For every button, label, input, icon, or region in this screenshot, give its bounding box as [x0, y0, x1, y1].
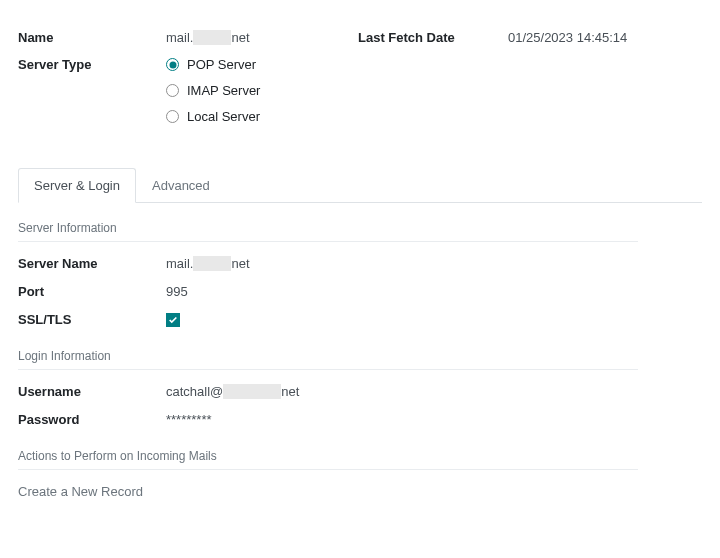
- server-name-suffix: net: [231, 256, 249, 271]
- divider: [18, 241, 638, 242]
- ssl-tls-checkbox[interactable]: [166, 313, 180, 327]
- radio-local-label: Local Server: [187, 109, 260, 124]
- radio-icon: [166, 110, 179, 123]
- section-title-server-info: Server Information: [18, 221, 702, 238]
- server-name-prefix: mail.: [166, 256, 193, 271]
- section-login-information: Login Information Username catchall@ net…: [18, 349, 702, 427]
- port-value[interactable]: 995: [166, 284, 188, 299]
- radio-imap-server[interactable]: IMAP Server: [166, 83, 260, 98]
- server-name-value[interactable]: mail. net: [166, 256, 250, 271]
- tab-advanced[interactable]: Advanced: [136, 168, 226, 202]
- server-type-radio-group: POP Server IMAP Server Local Server: [166, 57, 260, 124]
- password-value[interactable]: *********: [166, 412, 212, 427]
- password-label: Password: [18, 412, 166, 427]
- last-fetch-label: Last Fetch Date: [358, 30, 508, 45]
- name-value-suffix: net: [231, 30, 249, 45]
- divider: [18, 469, 638, 470]
- last-fetch-value: 01/25/2023 14:45:14: [508, 30, 627, 45]
- server-name-label: Server Name: [18, 256, 166, 271]
- username-label: Username: [18, 384, 166, 399]
- port-label: Port: [18, 284, 166, 299]
- ssl-tls-label: SSL/TLS: [18, 312, 166, 327]
- masked-domain: [193, 256, 231, 271]
- section-title-login-info: Login Information: [18, 349, 702, 366]
- section-actions: Actions to Perform on Incoming Mails Cre…: [18, 449, 702, 499]
- server-type-label: Server Type: [18, 57, 166, 72]
- radio-imap-label: IMAP Server: [187, 83, 260, 98]
- radio-pop-server[interactable]: POP Server: [166, 57, 260, 72]
- username-value[interactable]: catchall@ net: [166, 384, 299, 399]
- tab-server-login[interactable]: Server & Login: [18, 168, 136, 203]
- masked-domain: [193, 30, 231, 45]
- name-value-prefix: mail.: [166, 30, 193, 45]
- radio-icon: [166, 84, 179, 97]
- section-server-information: Server Information Server Name mail. net…: [18, 221, 702, 327]
- divider: [18, 369, 638, 370]
- radio-icon: [166, 58, 179, 71]
- name-value[interactable]: mail. net: [166, 30, 250, 45]
- username-prefix: catchall@: [166, 384, 223, 399]
- username-suffix: net: [281, 384, 299, 399]
- create-new-record-placeholder[interactable]: Create a New Record: [18, 484, 702, 499]
- check-icon: [168, 315, 178, 325]
- section-title-actions: Actions to Perform on Incoming Mails: [18, 449, 702, 466]
- masked-domain: [223, 384, 281, 399]
- radio-local-server[interactable]: Local Server: [166, 109, 260, 124]
- tabs: Server & Login Advanced: [18, 168, 702, 203]
- radio-pop-label: POP Server: [187, 57, 256, 72]
- name-label: Name: [18, 30, 166, 45]
